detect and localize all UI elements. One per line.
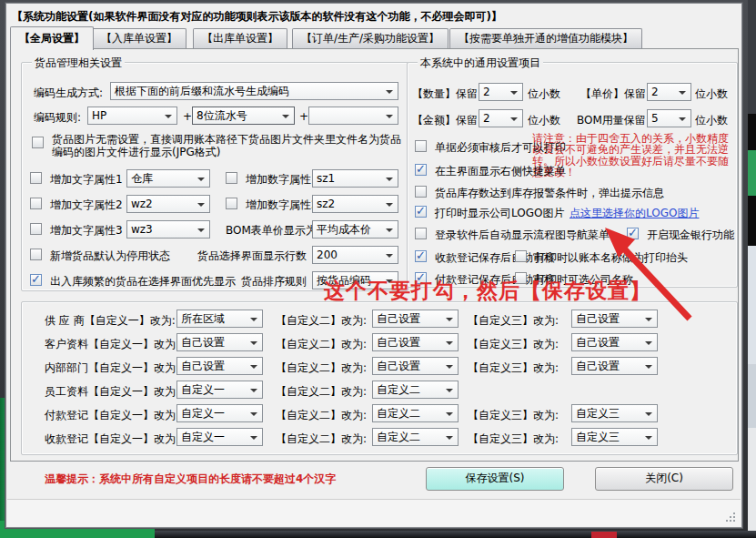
amount-decimal-select[interactable]: 2 [479, 109, 523, 127]
num-attr1-value: sz1 [313, 170, 398, 186]
choose-logo-link[interactable]: 点这里选择你的LOGO图片 [570, 206, 699, 221]
custom2-value: 自定义二 [373, 405, 458, 421]
custom2-select[interactable]: 自定义二 [372, 381, 459, 399]
text-attr1-value: 仓库 [127, 170, 209, 186]
stock-alert-checkbox[interactable] [415, 186, 427, 198]
num-attr1-select[interactable]: sz1 [312, 169, 398, 188]
custom2-value: 自己设置 [373, 310, 458, 326]
tab-inbound-settings[interactable]: 【入库单设置】 [92, 28, 186, 48]
audit-before-print-checkbox[interactable] [415, 140, 427, 152]
custom2-select[interactable]: 自己设置 [372, 333, 459, 351]
custom1-select[interactable]: 自定义一 [176, 381, 263, 399]
text-attr3-select[interactable]: wz3 [126, 220, 210, 239]
background-window-strip [748, 428, 756, 538]
custom1-select[interactable]: 自己设置 [176, 333, 263, 351]
close-button[interactable]: 关闭(C) [595, 467, 733, 491]
custom2-select[interactable]: 自定义二 [372, 428, 459, 446]
code-mode-value: 根据下面的前后缀和流水号生成编码 [111, 83, 398, 98]
bom-usage-decimal-value: 5 [648, 110, 690, 126]
custom-row-label: 客户资料【自定义一】改为: [45, 337, 179, 352]
code-mode-select[interactable]: 根据下面的前后缀和流水号生成编码 [110, 82, 398, 100]
resize-grip-icon[interactable] [724, 511, 735, 522]
num-attr1-checkbox[interactable] [226, 172, 237, 184]
background-window-strip [748, 364, 756, 428]
flowchart-menu-checkbox[interactable] [415, 228, 427, 239]
code-prefix-select[interactable]: HP [87, 107, 177, 125]
num-attr2-select[interactable]: sz2 [312, 195, 398, 213]
text-attr1-select[interactable]: 仓库 [126, 169, 210, 188]
right-shortcut-menu-checkbox[interactable] [415, 164, 427, 176]
custom1-label: 【自定义一】改为: [88, 338, 179, 350]
qty-decimal-select[interactable]: 2 [479, 83, 523, 101]
price-decimal-select[interactable]: 2 [647, 83, 691, 101]
num-attr2-checkbox[interactable] [226, 198, 237, 209]
custom1-select[interactable]: 自定义一 [176, 428, 263, 446]
text-attr2-checkbox[interactable] [30, 198, 42, 209]
custom2-value: 自定义二 [373, 381, 458, 397]
custom1-select[interactable]: 自定义一 [176, 404, 263, 422]
custom3-value: 自己设置 [572, 334, 657, 350]
qty-decimal-value: 2 [479, 84, 522, 99]
custom-row-label: 内部部门【自定义一】改为: [45, 360, 179, 376]
display-rows-select[interactable]: 200 [312, 246, 398, 264]
annotation-text: 这个不要打勾，然后【保存设置】 [324, 277, 651, 305]
code-mode-label: 编码生成方式: [34, 86, 103, 101]
custom2-select[interactable]: 自己设置 [372, 357, 459, 375]
display-rows-label: 货品选择界面显示行数 [197, 249, 307, 264]
custom-row-label: 付款登记【自定义一】改为: [45, 408, 179, 423]
print-bookname-checkbox[interactable] [515, 250, 527, 262]
custom-row-entity: 付款登记 [45, 409, 88, 421]
code-suffix-value [309, 107, 398, 109]
tab-addon-modules[interactable]: 【按需要单独开通的增值功能模块】 [449, 28, 642, 48]
custom1-value: 自己设置 [177, 358, 262, 373]
custom1-value: 所在区域 [177, 310, 262, 326]
footer-tip: 温馨提示：系统中所有自定义项目的长度请不要超过4个汉字 [45, 472, 336, 487]
custom1-value: 自定义一 [177, 429, 262, 444]
background-window-strip [748, 0, 756, 114]
new-product-disabled-checkbox[interactable] [30, 249, 42, 260]
bom-usage-decimal-label: BOM用量保留 [577, 113, 646, 128]
code-rule-label: 编码规则: [34, 110, 81, 126]
code-suffix-select[interactable] [308, 107, 398, 125]
stock-alert-label: 货品库存数达到库存报警条件时，弹出提示信息 [435, 186, 664, 201]
custom2-value: 自定义二 [373, 429, 458, 444]
product-image-checkbox[interactable] [32, 137, 44, 148]
custom1-select[interactable]: 自己设置 [176, 357, 263, 375]
qty-decimal-label: 【数量】保留 [412, 86, 478, 102]
price-decimal-label: 【单价】保留 [580, 86, 646, 102]
tab-order-production-purchase[interactable]: 【订单/生产/采购功能设置】 [292, 28, 449, 48]
dialog-title: 【系统功能设置(如果软件界面没有对应的功能项则表示该版本的软件没有这个功能，不必… [12, 9, 502, 25]
custom3-label: 【自定义三】改为: [468, 337, 559, 352]
receipt-auto-audit-checkbox[interactable] [415, 250, 427, 262]
decimal-suffix: 位小数 [528, 86, 560, 102]
save-settings-button[interactable]: 保存设置(S) [426, 467, 564, 491]
plus-sign: + [183, 110, 192, 123]
print-logo-checkbox[interactable] [415, 206, 427, 218]
custom2-select[interactable]: 自己设置 [372, 310, 459, 328]
custom3-select[interactable]: 自定义三 [571, 428, 658, 446]
amount-decimal-value: 2 [479, 110, 522, 126]
custom1-select[interactable]: 所在区域 [176, 310, 263, 328]
code-serial-select[interactable]: 8位流水号 [192, 107, 295, 125]
bom-usage-decimal-select[interactable]: 5 [647, 109, 691, 127]
sort-rule-label: 货品排序规则 [241, 274, 307, 289]
custom3-select[interactable]: 自己设置 [571, 310, 658, 328]
custom1-label: 【自定义一】改为: [88, 361, 179, 374]
custom-row-label: 供 应 商【自定义一】改为: [45, 313, 176, 329]
tab-outbound-settings[interactable]: 【出库单设置】 [193, 28, 287, 48]
tab-global-settings[interactable]: 【全局设置】 [10, 26, 94, 50]
custom3-select[interactable]: 自己设置 [571, 333, 658, 351]
right-shortcut-menu-label: 在主界面显示右侧快捷菜单 [435, 164, 566, 179]
custom2-label: 【自定义二】改为: [276, 313, 367, 329]
bom-price-select[interactable]: 平均成本价 [312, 220, 398, 239]
cash-bank-checkbox[interactable] [627, 228, 639, 239]
decimal-suffix: 位小数 [528, 113, 560, 128]
text-attr3-checkbox[interactable] [30, 223, 42, 235]
text-attr2-select[interactable]: wz2 [126, 195, 210, 213]
text-attr1-checkbox[interactable] [30, 172, 42, 184]
custom3-select[interactable]: 自定义三 [571, 404, 658, 422]
custom3-select[interactable]: 自己设置 [571, 357, 658, 375]
custom3-label: 【自定义三】改为: [468, 313, 559, 329]
frequent-products-checkbox[interactable] [30, 274, 42, 286]
custom2-select[interactable]: 自定义二 [372, 404, 459, 422]
